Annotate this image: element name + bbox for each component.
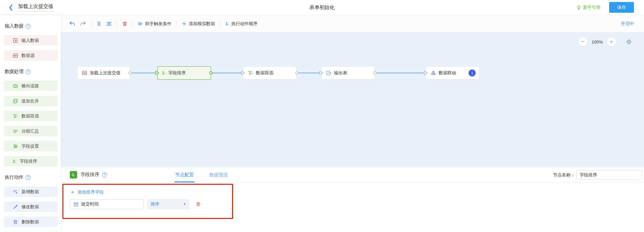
sidebar-item-field-sort[interactable]: 1↓ 字段排序	[4, 156, 58, 166]
node-field-sort[interactable]: 1↓ 字段排序	[157, 66, 211, 80]
group-summary-icon	[13, 129, 18, 134]
field-settings-icon	[13, 144, 18, 149]
input-port[interactable]	[424, 71, 428, 75]
output-port[interactable]	[295, 71, 299, 75]
flow-editor-main: 助手触发条件 添加模拟数据 1↓ 执行动作顺序 开启中 −	[61, 15, 644, 232]
sidebar-item-horizontal-join[interactable]: 横向连接	[4, 81, 58, 91]
sort-order-icon: 1↓	[225, 21, 229, 26]
help-icon[interactable]: ?	[25, 69, 31, 74]
toolbar-divider	[132, 21, 133, 26]
sort-field-select[interactable]: 提交时间	[70, 199, 144, 209]
sidebar-item-edit-data[interactable]: 修改数据	[4, 202, 58, 212]
zoom-controls: − 100% +	[579, 37, 632, 46]
section-actions: 执行动作 ?	[5, 174, 61, 180]
output-table-icon	[326, 70, 331, 76]
beginner-guide-link[interactable]: 新手引导	[576, 4, 600, 10]
sidebar-item-label: 输入数据	[21, 37, 39, 44]
locate-center-icon[interactable]	[626, 38, 632, 45]
output-port[interactable]	[209, 71, 213, 75]
node-label: 字段排序	[168, 70, 186, 76]
flow-toolbar: 助手触发条件 添加模拟数据 1↓ 执行动作顺序 开启中	[61, 15, 644, 32]
align-vertical-icon[interactable]	[97, 21, 101, 26]
action-order-button[interactable]: 1↓ 执行动作顺序	[225, 21, 258, 27]
sidebar-item-delete-data[interactable]: 删除数据	[4, 217, 58, 227]
node-name-input[interactable]	[576, 170, 642, 180]
add-mock-data-button[interactable]: 添加模拟数据	[182, 21, 215, 27]
sort-rule-row: 提交时间 降序 ▼	[70, 199, 644, 209]
connector-line	[375, 73, 426, 73]
top-header: ❮ 加载上次提交值 表单初始化 新手引导 保存	[0, 0, 644, 15]
flow-canvas[interactable]: − 100% + 加载上次提交值	[61, 32, 644, 167]
node-config-panel: 1↓ 字段排序 ? 节点配置 数据预览 节点名称： ＋ 添加排序字段	[61, 167, 644, 232]
panel-tabs: 节点配置 数据预览	[174, 167, 229, 182]
sidebar-item-add-data[interactable]: 新增数据	[4, 186, 58, 197]
connector-line	[130, 73, 157, 73]
sidebar-item-group-summary[interactable]: 分组汇总	[4, 126, 58, 136]
node-data-filter[interactable]: 数据筛选	[243, 66, 297, 80]
filter-icon	[248, 70, 253, 76]
panel-header: 1↓ 字段排序 ? 节点配置 数据预览 节点名称：	[61, 167, 644, 182]
input-port[interactable]	[241, 71, 245, 75]
node-output-table[interactable]: 输出表	[321, 66, 375, 80]
assistant-trigger-button[interactable]: 助手触发条件	[138, 21, 171, 27]
connector-line	[297, 73, 321, 73]
node-library-sidebar: 输入数据 ? 输入数据 数据源 数据处理 ? 横向连接	[0, 15, 61, 232]
sidebar-item-label: 分组汇总	[21, 128, 39, 134]
sidebar-item-label: 横向连接	[21, 83, 39, 89]
input-port[interactable]	[155, 71, 159, 75]
assistant-trigger-label: 助手触发条件	[145, 21, 171, 27]
sidebar-item-label: 追加合并	[21, 98, 39, 104]
zoom-level: 100%	[592, 40, 603, 45]
page-title: 表单初始化	[0, 4, 644, 11]
lightbulb-icon	[576, 5, 581, 10]
help-icon[interactable]: ?	[25, 24, 31, 29]
sort-field-value: 提交时间	[81, 201, 99, 207]
node-load-last-submit[interactable]: 加载上次提交值	[77, 66, 130, 80]
delete-node-icon[interactable]	[122, 21, 127, 26]
field-sort-icon: 1↓	[162, 71, 166, 75]
sidebar-item-label: 修改数据	[21, 204, 39, 210]
sidebar-item-input-data[interactable]: 输入数据	[4, 35, 58, 46]
output-port[interactable]	[128, 71, 132, 75]
append-merge-icon	[13, 98, 18, 104]
sidebar-item-append-merge[interactable]: 追加合并	[4, 96, 58, 106]
sort-order-dropdown[interactable]: 降序 ▼	[147, 199, 190, 209]
panel-node-title: 字段排序	[80, 172, 99, 178]
node-badge: 1	[469, 70, 476, 77]
sidebar-item-data-filter[interactable]: 数据筛选	[4, 111, 58, 121]
data-linkage-icon	[431, 70, 436, 76]
toolbar-divider	[220, 21, 220, 26]
beginner-guide-label: 新手引导	[583, 4, 600, 10]
delete-sort-rule-icon[interactable]	[196, 202, 201, 207]
align-horizontal-icon[interactable]	[106, 21, 112, 26]
input-port[interactable]	[319, 71, 323, 75]
node-data-linkage[interactable]: 数据联动 1	[426, 66, 480, 80]
sidebar-item-label: 数据源	[21, 53, 35, 59]
add-sort-field-button[interactable]: ＋ 添加排序字段	[70, 189, 104, 195]
tab-data-preview[interactable]: 数据预览	[209, 167, 229, 182]
header-actions: 新手引导 保存	[576, 2, 634, 13]
chevron-down-icon: ▼	[183, 203, 186, 206]
node-label: 输出表	[334, 70, 347, 76]
sidebar-item-field-settings[interactable]: 字段设置	[4, 141, 58, 151]
save-button[interactable]: 保存	[609, 2, 634, 13]
help-icon[interactable]: ?	[102, 172, 107, 177]
redo-icon[interactable]	[80, 21, 86, 26]
node-label: 数据联动	[439, 70, 456, 76]
tab-node-config[interactable]: 节点配置	[174, 167, 195, 182]
filter-icon	[13, 113, 18, 119]
datasource-icon	[82, 70, 87, 76]
sidebar-item-datasource[interactable]: 数据源	[4, 50, 58, 61]
help-icon[interactable]: ?	[25, 175, 31, 180]
datasource-icon	[13, 53, 18, 58]
zoom-out-button[interactable]: −	[579, 37, 587, 46]
assistant-status-toggle[interactable]: 开启中	[621, 21, 634, 27]
node-name-group: 节点名称：	[553, 167, 642, 182]
section-input-data: 输入数据 ?	[5, 23, 61, 29]
connector-line	[211, 73, 243, 73]
output-port[interactable]	[373, 71, 377, 75]
undo-icon[interactable]	[69, 21, 75, 26]
toolbar-divider	[117, 21, 117, 26]
zoom-in-button[interactable]: +	[607, 37, 616, 46]
sort-order-value: 降序	[151, 201, 159, 207]
